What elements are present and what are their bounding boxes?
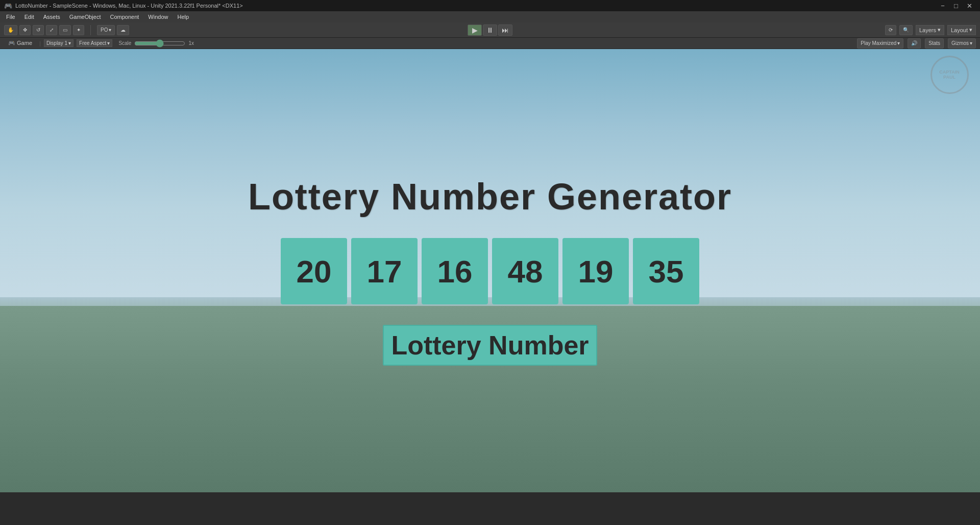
unity-icon: 🎮 (4, 2, 12, 10)
menu-file[interactable]: File (2, 13, 19, 21)
layout-dropdown[interactable]: Layout ▾ (947, 25, 976, 35)
menu-bar: File Edit Assets GameObject Component Wi… (0, 11, 980, 22)
scale-slider[interactable] (134, 40, 185, 46)
menu-assets[interactable]: Assets (39, 13, 64, 21)
step-button[interactable]: ⏭ (498, 25, 512, 36)
lottery-ball-2: 17 (351, 238, 418, 304)
game-icon: 🎮 (8, 40, 15, 46)
game-tab[interactable]: 🎮 Game (4, 39, 36, 47)
title-bar: 🎮 LottoNumber - SampleScene - Windows, M… (0, 0, 980, 11)
stats-label: Stats (928, 40, 940, 46)
gizmos-chevron-icon: ▾ (970, 40, 972, 46)
aspect-dropdown[interactable]: Free Aspect ▾ (77, 39, 112, 47)
top-bar-right: ⟳ 🔍 Layers ▾ Layout ▾ (885, 25, 976, 35)
rotate-tool[interactable]: ↺ (33, 25, 44, 35)
layers-chevron-icon: ▾ (938, 27, 941, 33)
mute-icon: 🔊 (911, 40, 917, 46)
game-viewport: CAPTAIN PAUL Lottery Number Generator 20… (0, 49, 980, 492)
history-button[interactable]: ⟳ (885, 25, 896, 35)
transform-tool[interactable]: ✦ (73, 25, 84, 35)
hand-tool[interactable]: ✋ (4, 25, 17, 35)
lottery-numbers: 20 17 16 48 19 35 (281, 238, 699, 304)
transform-tools: ✋ ✥ ↺ ⤢ ▭ ✦ (4, 25, 84, 35)
lottery-title: Lottery Number Generator (248, 176, 732, 218)
mute-button[interactable]: 🔊 (908, 38, 921, 49)
cloud-button[interactable]: ☁ (117, 25, 129, 35)
window-title: LottoNumber - SampleScene - Windows, Mac… (15, 3, 243, 9)
pivot-chevron: ▾ (109, 27, 111, 33)
maximize-button[interactable]: □ (949, 0, 963, 11)
layers-label: Layers (919, 27, 936, 33)
lottery-ball-3: 16 (422, 238, 488, 304)
play-controls: ▶ ⏸ ⏭ (468, 25, 512, 36)
pivot-group: PO ▾ ☁ (97, 25, 129, 35)
game-tab-label: Game (17, 40, 32, 46)
menu-edit[interactable]: Edit (20, 13, 38, 21)
close-button[interactable]: ✕ (963, 0, 976, 11)
scale-label: Scale (118, 40, 131, 46)
stats-button[interactable]: Stats (925, 38, 944, 49)
menu-help[interactable]: Help (173, 13, 193, 21)
layers-dropdown[interactable]: Layers ▾ (916, 25, 944, 35)
game-bar-sep: | (39, 40, 41, 46)
pivot-label: PO (101, 27, 108, 33)
display-label: Display 1 (46, 40, 67, 46)
lottery-ball-4: 48 (492, 238, 558, 304)
game-bar-right: Play Maximized ▾ 🔊 Stats Gizmos ▾ (857, 38, 976, 49)
scale-tool[interactable]: ⤢ (46, 25, 57, 35)
pivot-button[interactable]: PO ▾ (97, 25, 115, 35)
play-maximized-button[interactable]: Play Maximized ▾ (857, 38, 903, 49)
play-maximized-label: Play Maximized (861, 40, 896, 46)
play-button[interactable]: ▶ (468, 25, 482, 36)
aspect-label: Free Aspect (79, 40, 106, 46)
pause-button[interactable]: ⏸ (483, 25, 497, 36)
move-tool[interactable]: ✥ (19, 25, 31, 35)
play-maximized-chevron-icon: ▾ (897, 40, 900, 46)
layout-chevron-icon: ▾ (969, 27, 972, 33)
menu-window[interactable]: Window (144, 13, 172, 21)
game-content: Lottery Number Generator 20 17 16 48 19 … (0, 49, 980, 492)
game-bar: 🎮 Game | Display 1 ▾ Free Aspect ▾ Scale… (0, 38, 980, 49)
minimize-button[interactable]: − (936, 0, 949, 11)
lottery-ball-1: 20 (281, 238, 347, 304)
cloud-icon: ☁ (120, 27, 126, 33)
aspect-chevron-icon: ▾ (107, 40, 110, 46)
menu-gameobject[interactable]: GameObject (65, 13, 105, 21)
display-chevron-icon: ▾ (68, 40, 71, 46)
rect-tool[interactable]: ▭ (59, 25, 71, 35)
gizmos-button[interactable]: Gizmos ▾ (948, 38, 976, 49)
lottery-ball-5: 19 (562, 238, 629, 304)
lottery-number-button[interactable]: Lottery Number (383, 325, 597, 366)
top-bar: ✋ ✥ ↺ ⤢ ▭ ✦ PO ▾ ☁ ▶ ⏸ ⏭ ⟳ 🔍 Layers ▾ La… (0, 22, 980, 38)
layout-label: Layout (951, 27, 968, 33)
display-dropdown[interactable]: Display 1 ▾ (44, 39, 74, 47)
lottery-ball-6: 35 (633, 238, 699, 304)
scale-value: 1x (188, 40, 194, 46)
title-bar-controls[interactable]: − □ ✕ (936, 0, 976, 11)
menu-component[interactable]: Component (106, 13, 143, 21)
gizmos-label: Gizmos (951, 40, 969, 46)
separator-1 (90, 25, 91, 35)
search-button[interactable]: 🔍 (899, 25, 913, 35)
title-bar-left: 🎮 LottoNumber - SampleScene - Windows, M… (4, 2, 243, 10)
